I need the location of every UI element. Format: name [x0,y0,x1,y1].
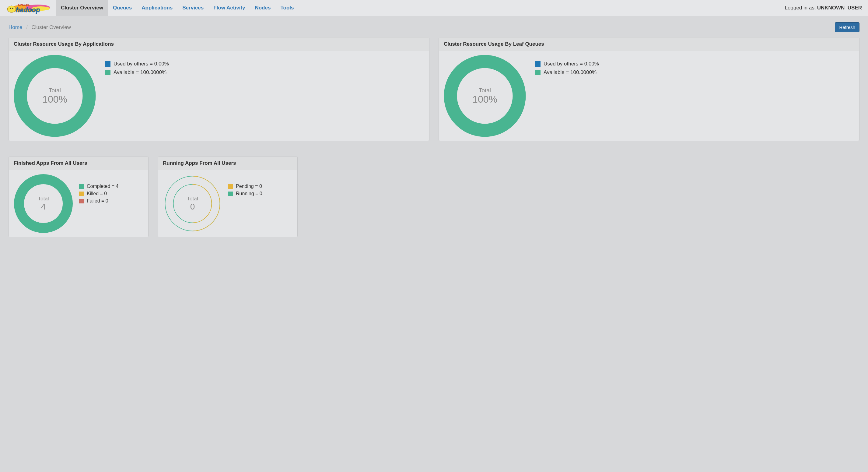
refresh-button[interactable]: Refresh [835,22,860,32]
nav-services[interactable]: Services [178,0,209,16]
legend-swatch [228,191,233,196]
legend-swatch [535,61,540,67]
legend-apps-usage: Used by others = 0.00% Available = 100.0… [105,61,169,76]
panel-apps-usage-title: Cluster Resource Usage By Applications [9,37,429,51]
nav-flow-activity[interactable]: Flow Activity [209,0,250,16]
legend-swatch [79,184,84,189]
legend-text: Killed = 0 [87,191,107,197]
top-row: Home / Cluster Overview Refresh [8,22,860,32]
panel-queues-usage: Cluster Resource Usage By Leaf Queues To… [439,37,860,141]
logged-in-as: Logged in as: UNKNOWN_USER [779,0,868,16]
legend-swatch [105,70,111,75]
legend-swatch [79,191,84,196]
legend-item: Pending = 0 [228,184,262,189]
panel-finished-apps: Finished Apps From All Users Total 4 Com… [8,156,149,237]
breadcrumb-current: Cluster Overview [32,24,71,30]
legend-item: Used by others = 0.00% [535,61,599,67]
donut-queues-center-label: Total [479,87,491,94]
hadoop-logo[interactable]: APACHE hadoop [4,0,55,16]
legend-text: Used by others = 0.00% [544,61,599,67]
breadcrumb-home[interactable]: Home [8,24,22,30]
legend-text: Used by others = 0.00% [114,61,169,67]
legend-item: Used by others = 0.00% [105,61,169,67]
donut-running: Total 0 [163,174,222,233]
legend-item: Killed = 0 [79,191,119,197]
nav-items: Cluster Overview Queues Applications Ser… [56,0,299,16]
legend-text: Pending = 0 [236,184,262,189]
donut-running-center-value: 0 [190,202,195,212]
legend-item: Available = 100.0000% [105,69,169,76]
legend-finished: Completed = 4 Killed = 0 Failed = 0 [79,184,119,204]
navbar: APACHE hadoop Cluster Overview Queues Ap… [0,0,868,16]
donut-finished: Total 4 [14,174,73,233]
legend-swatch [105,61,111,67]
nav-queues[interactable]: Queues [108,0,137,16]
svg-point-7 [12,8,13,9]
donut-apps-center-value: 100% [42,94,67,105]
donut-finished-center-label: Total [38,196,49,202]
panel-queues-usage-title: Cluster Resource Usage By Leaf Queues [439,37,859,51]
legend-text: Failed = 0 [87,198,108,204]
legend-running: Pending = 0 Running = 0 [228,184,262,197]
logged-in-prefix: Logged in as: [785,5,816,11]
legend-text: Available = 100.0000% [544,69,596,76]
donut-queues-center-value: 100% [472,94,497,105]
nav-cluster-overview[interactable]: Cluster Overview [56,0,108,16]
donut-apps-usage: Total 100% [14,55,96,137]
legend-swatch [228,184,233,189]
legend-item: Running = 0 [228,191,262,197]
legend-text: Available = 100.0000% [114,69,166,76]
legend-swatch [535,70,540,75]
panel-running-apps-title: Running Apps From All Users [158,156,297,170]
donut-queues-usage: Total 100% [444,55,526,137]
legend-item: Failed = 0 [79,198,119,204]
nav-applications[interactable]: Applications [137,0,178,16]
donut-apps-center-label: Total [49,87,61,94]
legend-item: Completed = 4 [79,184,119,189]
breadcrumb: Home / Cluster Overview [8,24,71,30]
svg-text:hadoop: hadoop [16,6,40,14]
panel-running-apps: Running Apps From All Users Total 0 [158,156,298,237]
nav-nodes[interactable]: Nodes [250,0,275,16]
breadcrumb-separator: / [24,24,30,30]
legend-item: Available = 100.0000% [535,69,599,76]
legend-queues-usage: Used by others = 0.00% Available = 100.0… [535,61,599,76]
donut-running-center-label: Total [187,196,198,202]
donut-finished-center-value: 4 [41,202,46,212]
legend-text: Running = 0 [236,191,262,197]
panel-apps-usage: Cluster Resource Usage By Applications T… [8,37,429,141]
nav-tools[interactable]: Tools [275,0,299,16]
legend-swatch [79,199,84,203]
svg-point-6 [10,8,11,9]
legend-text: Completed = 4 [87,184,119,189]
panel-finished-apps-title: Finished Apps From All Users [9,156,148,170]
logged-in-user: UNKNOWN_USER [817,5,862,11]
svg-point-5 [7,6,16,12]
